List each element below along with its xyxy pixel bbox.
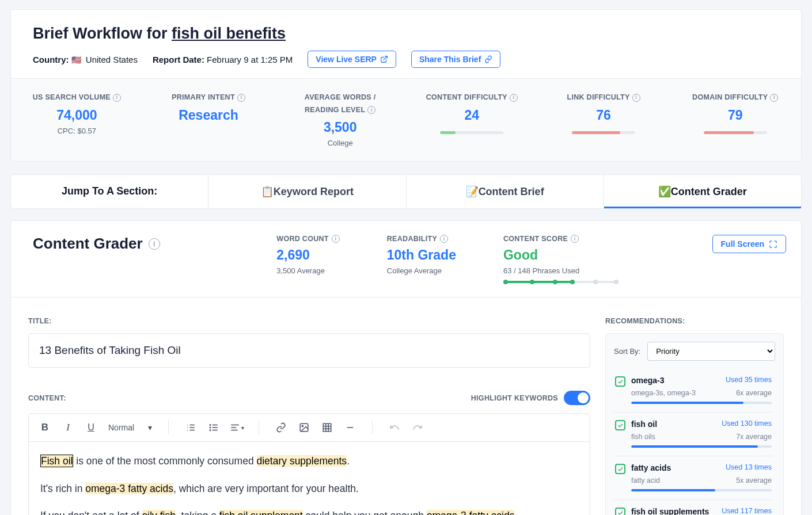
check-icon (615, 376, 625, 387)
rec-variant: omega-3s, omega-3 (631, 389, 696, 397)
editor-document[interactable]: Fish oil is one of the most commonly con… (29, 442, 590, 515)
metric-content-difficulty: CONTENT DIFFICULTYi 24 (406, 93, 538, 147)
link-button[interactable] (271, 417, 291, 438)
info-icon[interactable]: i (632, 94, 640, 102)
link-diff-value[interactable]: 76 (544, 108, 664, 123)
recommendations-panel: Sort By: Priority omega-3 Used 35 times … (605, 333, 784, 515)
metric-domain-difficulty: DOMAIN DIFFICULTYi 79 (669, 93, 801, 147)
recommendations-label: RECOMMENDATIONS: (605, 317, 784, 325)
chevron-down-icon: ▾ (241, 425, 244, 431)
info-icon[interactable]: i (149, 238, 160, 250)
recommendation-item[interactable]: fish oil supplements Used 117 times (614, 500, 773, 515)
rec-keyword: fish oil (631, 419, 657, 429)
svg-point-7 (210, 427, 211, 428)
flag-icon: 🇺🇸 (71, 55, 81, 64)
info-icon[interactable]: i (237, 94, 245, 102)
content-grader-card: Content Grader i WORD COUNTi 2,690 3,500… (10, 220, 802, 515)
report-date-pair: Report Date: February 9 at 1:25 PM (153, 55, 293, 64)
tab-content-grader[interactable]: ✅Content Grader (604, 175, 801, 208)
hr-button[interactable] (340, 417, 361, 438)
domain-diff-value[interactable]: 79 (675, 108, 795, 123)
grader-word-count: WORD COUNTi 2,690 3,500 Average (276, 235, 340, 283)
info-icon[interactable]: i (332, 235, 340, 243)
info-icon[interactable]: i (367, 106, 375, 114)
heading-select[interactable]: Normal▾ (104, 423, 157, 432)
content-diff-value[interactable]: 24 (412, 108, 532, 123)
sort-by-select[interactable]: Priority (647, 342, 775, 361)
sort-by-label: Sort By: (614, 347, 640, 356)
share-brief-button[interactable]: Share This Brief (411, 51, 500, 68)
rec-average: 5x average (736, 476, 772, 485)
content-label: CONTENT: (28, 394, 66, 402)
rec-average: 6x average (736, 389, 772, 397)
check-icon (615, 508, 625, 515)
metric-link-difficulty: LINK DIFFICULTYi 76 (538, 93, 670, 147)
check-icon (615, 464, 625, 474)
info-icon[interactable]: i (113, 94, 121, 102)
info-icon[interactable]: i (510, 94, 518, 102)
svg-point-8 (210, 430, 211, 431)
svg-point-13 (302, 425, 303, 426)
page-title: Brief Workflow for fish oil benefits (33, 25, 779, 43)
highlight-keywords-toggle[interactable] (564, 391, 590, 405)
metric-search-volume: US SEARCH VOLUMEi 74,000 CPC: $0.57 (11, 93, 143, 147)
rec-keyword: omega-3 (631, 376, 665, 385)
title-input[interactable] (28, 333, 590, 368)
content-grader-heading: Content Grader i (21, 235, 160, 253)
section-tabs: Jump To A Section: 📋Keyword Report 📝Cont… (10, 174, 802, 209)
svg-point-6 (210, 425, 211, 426)
italic-button[interactable]: I (58, 417, 78, 438)
rec-used: Used 117 times (722, 507, 772, 515)
tab-keyword-report[interactable]: 📋Keyword Report (208, 175, 406, 208)
rec-average: 7x average (736, 433, 772, 441)
recommendation-item[interactable]: fatty acids Used 13 times fatty acid5x a… (614, 456, 773, 500)
rec-used: Used 13 times (726, 463, 772, 471)
align-button[interactable]: ▾ (226, 417, 247, 438)
underline-button[interactable]: U (81, 417, 101, 438)
rec-used: Used 35 times (726, 376, 772, 384)
undo-button[interactable] (384, 417, 405, 438)
chevron-down-icon: ▾ (148, 423, 152, 432)
image-button[interactable] (294, 417, 314, 438)
rec-used: Used 130 times (722, 419, 772, 428)
highlight-keywords-label: HIGHLIGHT KEYWORDS (471, 394, 558, 402)
ordered-list-button[interactable] (180, 417, 201, 438)
fullscreen-button[interactable]: Full Screen (712, 235, 786, 253)
fullscreen-icon (769, 240, 777, 249)
check-icon (615, 420, 625, 430)
metric-intent: PRIMARY INTENTi Research (143, 93, 275, 147)
title-label: TITLE: (28, 317, 590, 325)
words-value[interactable]: 3,500 (280, 120, 400, 135)
link-icon (484, 55, 492, 63)
volume-value[interactable]: 74,000 (17, 108, 137, 123)
intent-value[interactable]: Research (149, 108, 269, 123)
view-live-serp-button[interactable]: View Live SERP (308, 51, 396, 68)
country-pair: Country: 🇺🇸 United States (33, 55, 138, 64)
rec-variant: fish oils (631, 433, 655, 441)
rec-variant: fatty acid (631, 476, 660, 485)
grader-content-score: CONTENT SCOREi Good 63 / 148 Phrases Use… (503, 235, 619, 283)
rec-keyword: fatty acids (631, 463, 671, 472)
metric-avg-words: AVERAGE WORDS / READING LEVELi 3,500 Col… (274, 93, 406, 147)
tab-content-brief[interactable]: 📝Content Brief (407, 175, 604, 208)
info-icon[interactable]: i (440, 235, 448, 243)
tab-jump-to: Jump To A Section: (11, 175, 208, 208)
grader-readability: READABILITYi 10th Grade College Average (387, 235, 456, 283)
svg-rect-14 (323, 424, 331, 432)
redo-button[interactable] (407, 417, 428, 438)
external-link-icon (380, 55, 388, 63)
info-icon[interactable]: i (770, 94, 778, 102)
brief-header-card: Brief Workflow for fish oil benefits Cou… (10, 9, 802, 162)
info-icon[interactable]: i (571, 235, 579, 243)
bullet-list-button[interactable] (203, 417, 224, 438)
title-keyword: fish oil benefits (172, 25, 286, 42)
recommendation-item[interactable]: fish oil Used 130 times fish oils7x aver… (614, 413, 773, 456)
bold-button[interactable]: B (35, 417, 55, 438)
recommendations-list[interactable]: omega-3 Used 35 times omega-3s, omega-36… (614, 369, 775, 515)
editor-toolbar: B I U Normal▾ ▾ (29, 414, 590, 442)
content-editor: B I U Normal▾ ▾ (28, 413, 590, 515)
table-button[interactable] (317, 417, 337, 438)
recommendation-item[interactable]: omega-3 Used 35 times omega-3s, omega-36… (614, 369, 773, 413)
rec-keyword: fish oil supplements (631, 507, 709, 515)
